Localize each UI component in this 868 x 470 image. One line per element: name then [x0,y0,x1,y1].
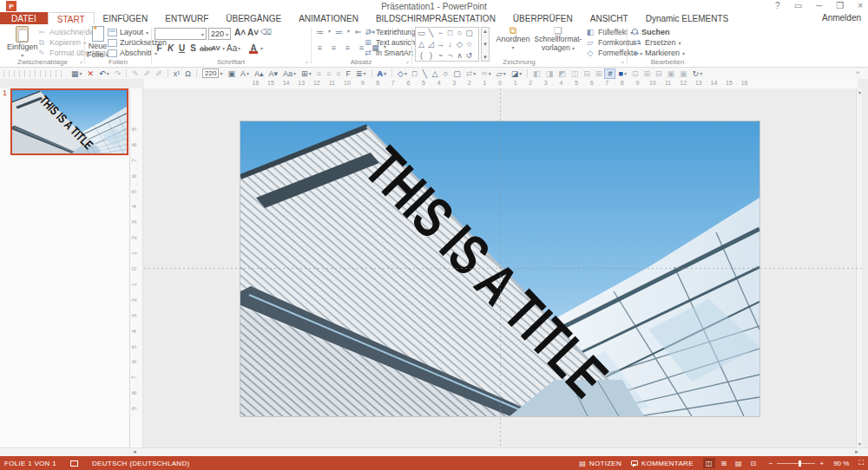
qat-delete-slide-icon[interactable]: ✕ [85,69,97,79]
slide-thumbnail[interactable]: THIS IS A TITLE [10,88,128,155]
tab-dynamic-elements[interactable]: Dynamic ELEMENTS [637,12,738,24]
restore-icon[interactable]: ❐ [836,1,844,10]
align-right-icon[interactable]: ≡ [342,43,353,52]
qat-group-objects-icon[interactable]: ▣ [665,69,678,79]
character-spacing-button[interactable]: AV [211,44,220,52]
tab-datei[interactable]: DATEI [0,12,48,24]
qat-insert-symbol-icon[interactable]: Ω [182,69,194,79]
close-icon[interactable]: × [858,1,863,10]
find-button[interactable]: Suchen [632,27,685,37]
gallery-shape[interactable]: ╲ [426,28,436,38]
qat-ungroup-objects-icon[interactable]: ▣ [677,69,690,79]
tab-start[interactable]: START [48,12,95,24]
shapes-gallery[interactable]: ▭╲−□○▢△◿→↓◇☆()~¬∧↺ [415,27,479,62]
sign-in-link[interactable]: Anmelden [822,13,861,23]
qat-shape-oval-icon[interactable]: ○ [441,69,450,79]
arrange-button[interactable]: ⧉ Anordnen▾ [495,26,531,52]
shapes-gallery-scroll[interactable]: ▲▼▼ [481,27,490,62]
shrink-font-button[interactable]: A˅ [247,28,257,37]
qat-distribute-columns-icon[interactable]: ⊟ [653,69,665,79]
qat-align-text-icon[interactable]: ⊞▾ [299,69,314,79]
tab-einf-gen[interactable]: EINFÜGEN [95,12,157,24]
qat-shape-rounded-rectangle-icon[interactable]: ▢ [450,69,464,79]
slideshow-view-icon[interactable]: ⊡ [747,458,760,468]
zoom-level[interactable]: 90 % [833,460,849,467]
qat-snap-to-grid-icon[interactable]: ■▾ [615,69,628,79]
ribbon-options-icon[interactable]: ▭ [794,1,802,10]
qat-undo-icon[interactable]: ↶▾ [96,69,112,79]
scroll-right-icon[interactable]: ► [854,449,859,454]
qat-align-center-icon[interactable]: ≡ [324,69,333,79]
qat-bullets-icon[interactable]: ≣▾ [353,69,369,79]
qat-align-center-objects-icon[interactable]: ⊡ [629,69,641,79]
qat-shape-arrange-icon[interactable]: ≍▾ [478,69,494,79]
slide-sorter-view-icon[interactable]: ⊞ [718,458,730,468]
strikethrough-button[interactable]: abc [200,44,209,53]
gallery-shape[interactable]: □ [445,28,455,38]
tab-entwurf[interactable]: ENTWURF [156,12,217,24]
horizontal-ruler[interactable]: 16·15·14·13·12·11·10·9·8·7·6·5·4·3·2·1·0… [144,79,858,88]
slide-counter[interactable]: FOLIE 1 VON 1 [4,460,56,467]
gallery-shape[interactable]: ◇ [455,39,464,49]
zoom-slider[interactable] [777,463,815,464]
qat-format-painter-icon[interactable]: ✎ [129,69,141,79]
qat-align-objects-left-icon[interactable]: ◧ [530,69,543,79]
qat-shape-fill-icon[interactable]: ◪▾ [509,69,525,79]
qat-font-size-box[interactable]: 220▾ [200,69,225,79]
notes-toggle[interactable]: ▤NOTIZEN [579,460,621,467]
qat-superscript-icon[interactable]: x¹ [171,69,183,79]
clear-formatting-icon[interactable]: ⌫ [260,28,272,37]
underline-button[interactable]: U [177,43,187,53]
paste-button[interactable]: Einfügen▾ [7,26,38,60]
quick-styles-button[interactable]: ❏ Schnellformat- vorlagen ▾ [533,26,583,53]
qat-shape-rectangle-icon[interactable]: □ [410,69,419,79]
italic-button[interactable]: K [166,43,175,53]
gallery-shape[interactable]: ▭ [417,28,426,38]
qat-gridlines-toggle-icon[interactable]: # [604,69,615,79]
bold-button[interactable]: F [155,43,164,53]
qat-edit-shape-icon[interactable]: ▱▾ [494,69,509,79]
collapse-ribbon-icon[interactable]: ^ [856,69,859,77]
display-settings[interactable] [70,460,78,467]
numbering-icon[interactable]: ≕ [333,28,345,36]
fit-slide-icon[interactable]: ⛶ [858,459,864,467]
normal-view-icon[interactable]: ◫ [703,458,715,468]
gallery-shape[interactable]: ◿ [426,39,436,49]
horizontal-scrollbar[interactable]: ◄ ► [0,447,868,456]
qat-flip-object-icon[interactable]: ◩ [556,69,569,79]
align-center-icon[interactable]: ≡ [328,43,339,52]
zoom-out-button[interactable]: − [769,460,773,467]
scroll-left-icon[interactable]: ◄ [132,449,137,454]
gallery-shape[interactable]: → [436,39,445,49]
bullets-icon[interactable]: ≔ [314,28,326,36]
qat-shape-triangle-icon[interactable]: △ [430,69,441,79]
qat-slide-layout-gallery-icon[interactable]: ▦▾ [69,69,85,79]
gallery-shape[interactable]: − [436,28,445,38]
grow-font-button[interactable]: A˄ [234,28,244,37]
reading-view-icon[interactable]: ▤ [733,458,745,468]
qat-align-middle-icon[interactable]: ◫ [569,69,582,79]
scroll-down-icon[interactable]: ▼ [858,441,862,447]
qat-text-effects-icon[interactable]: A▾ [375,69,390,79]
qat-align-left-icon[interactable]: ≡ [314,69,324,79]
tab--berg-nge[interactable]: ÜBERGÄNGE [217,12,290,24]
gallery-shape[interactable]: △ [417,39,426,49]
qat-grow-font-icon[interactable]: A▴ [252,69,266,79]
horizontal-guide[interactable] [144,268,862,269]
zoom-in-button[interactable]: + [819,460,824,467]
tab-animationen[interactable]: ANIMATIONEN [290,12,367,24]
language-indicator[interactable]: DEUTSCH (DEUTSCHLAND) [92,460,190,467]
font-color-button[interactable]: A [248,43,259,53]
qat-distribute-vertically-icon[interactable]: ⊞ [593,69,605,79]
qat-pen-two-icon[interactable]: ✐ [153,69,165,79]
gallery-shape[interactable]: ▢ [464,28,474,38]
comments-toggle[interactable]: KOMMENTARE [631,460,694,467]
qat-bold-icon[interactable]: F [343,69,353,79]
qat-redo-icon[interactable]: ↷ [112,69,124,79]
tab--berpr-fen[interactable]: ÜBERPRÜFEN [504,12,582,24]
help-icon[interactable]: ? [775,1,780,10]
tab-bildschirmpr-sentation[interactable]: BILDSCHIRMPRÄSENTATION [367,12,504,24]
gallery-shape[interactable]: ○ [455,28,464,38]
font-name-combo[interactable]: ▾ [155,28,207,40]
align-left-icon[interactable]: ≡ [314,43,326,52]
